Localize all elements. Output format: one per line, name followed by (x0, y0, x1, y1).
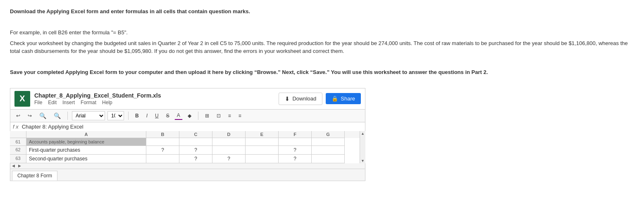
menu-help[interactable]: Help (102, 100, 112, 105)
cell-63-a[interactable]: Second-quarter purchases (26, 155, 146, 163)
menu-format[interactable]: Format (81, 100, 96, 105)
instructions-block: Download the Applying Excel form and ent… (10, 7, 634, 76)
instruction-line3: Check your worksheet by changing the bud… (10, 39, 634, 55)
cell-62-a[interactable]: First-quarter purchases (26, 146, 146, 155)
instruction-line1: Download the Applying Excel form and ent… (10, 7, 634, 16)
cell-62-g[interactable] (312, 146, 345, 155)
merge-button[interactable]: ⊡ (214, 112, 223, 120)
cell-61-d[interactable] (212, 138, 246, 146)
instruction-spacer2 (10, 58, 634, 66)
col-header-f: F (279, 131, 312, 138)
cell-63-d[interactable]: ? (212, 155, 246, 163)
sheet-tab-chapter8[interactable]: Chapter 8 Form (12, 171, 57, 181)
table-row: 61 Accounts payable, beginning balance (10, 138, 360, 146)
download-label: Download (292, 95, 316, 102)
toolbar: ↩ ↪ 🔍 🔍 Arial 10 B I U S A ◆ ⊞ ⊡ ≡ ≡ (10, 109, 365, 122)
menu-file[interactable]: File (34, 100, 42, 105)
undo-button[interactable]: ↩ (14, 112, 23, 120)
italic-button[interactable]: I (144, 112, 150, 120)
zoom-in-button[interactable]: 🔍 (37, 111, 49, 120)
font-selector[interactable]: Arial (72, 111, 105, 120)
col-header-a: A (26, 131, 146, 138)
toolbar-separator-2 (128, 112, 129, 120)
cell-61-c[interactable] (179, 138, 212, 146)
share-label: Share (341, 95, 355, 102)
column-headers: A B C D E F G (10, 131, 360, 138)
cell-63-e[interactable] (246, 155, 279, 163)
formula-input[interactable] (22, 124, 363, 130)
col-header-c: C (179, 131, 212, 138)
sheet-tabs: Chapter 8 Form (10, 169, 365, 181)
toolbar-separator-3 (198, 112, 198, 120)
wrap-button[interactable]: ≡ (226, 112, 234, 120)
excel-icon: X (14, 91, 30, 107)
size-selector[interactable]: 10 (107, 111, 124, 120)
scroll-down-arrow[interactable]: ▼ (361, 159, 365, 163)
fill-color-button[interactable]: ◆ (185, 112, 194, 120)
cell-61-e[interactable] (246, 138, 279, 146)
col-header-d: D (212, 131, 246, 138)
instruction-line2: For example, in cell B26 enter the formu… (10, 29, 634, 37)
spreadsheet-grid: A B C D E F G 61 Accounts payable, begin… (10, 131, 365, 163)
menu-edit[interactable]: Edit (48, 100, 57, 105)
col-header-g: G (312, 131, 345, 138)
underline-button[interactable]: U (153, 112, 161, 120)
instruction-line4: Save your completed Applying Excel form … (10, 68, 634, 76)
borders-button[interactable]: ⊞ (203, 112, 212, 120)
row-num-62: 62 (10, 146, 26, 155)
menu-insert[interactable]: Insert (62, 100, 75, 105)
vertical-scrollbar[interactable]: ▲ ▼ (360, 131, 365, 163)
scroll-left-arrow[interactable]: ◀ (10, 164, 17, 168)
scroll-right-arrow[interactable]: ▶ (17, 164, 23, 168)
lock-icon: 🔒 (332, 95, 338, 102)
cell-63-f[interactable]: ? (279, 155, 312, 163)
download-arrow-icon: ⬇ (285, 95, 290, 102)
file-title: Chapter_8_Applying_Excel_Student_Form.xl… (34, 92, 161, 99)
strikethrough-button[interactable]: S (164, 112, 172, 120)
cell-62-f[interactable]: ? (279, 146, 312, 155)
table-row: 63 Second-quarter purchases ? ? ? (10, 155, 360, 163)
grid-area: A B C D E F G 61 Accounts payable, begin… (10, 131, 360, 163)
menu-bar: File Edit Insert Format Help (34, 100, 161, 105)
row-num-61: 61 (10, 138, 26, 146)
redo-button[interactable]: ↪ (25, 112, 34, 120)
cell-61-a[interactable]: Accounts payable, beginning balance (26, 138, 146, 146)
cell-61-b[interactable] (146, 138, 179, 146)
align-button[interactable]: ≡ (236, 112, 244, 120)
col-header-e: E (246, 131, 279, 138)
col-header-b: B (146, 131, 179, 138)
table-row: 62 First-quarter purchases ? ? ? (10, 146, 360, 155)
formula-label: f x (13, 124, 19, 130)
spreadsheet-container: X Chapter_8_Applying_Excel_Student_Form.… (10, 88, 365, 181)
cell-62-e[interactable] (246, 146, 279, 155)
toolbar-separator-1 (67, 112, 68, 120)
title-bar: X Chapter_8_Applying_Excel_Student_Form.… (10, 88, 365, 109)
instruction-spacer (10, 18, 634, 26)
row-num-header (10, 131, 26, 138)
cell-61-f[interactable] (279, 138, 312, 146)
download-button[interactable]: ⬇ Download (279, 93, 322, 105)
share-button[interactable]: 🔒 Share (326, 93, 361, 104)
scroll-up-arrow[interactable]: ▲ (361, 131, 365, 136)
cell-63-g[interactable] (312, 155, 345, 163)
cell-63-b[interactable] (146, 155, 179, 163)
cell-62-c[interactable]: ? (179, 146, 212, 155)
title-actions: ⬇ Download 🔒 Share (279, 93, 361, 105)
cell-62-b[interactable]: ? (146, 146, 179, 155)
font-color-button[interactable]: A (174, 111, 183, 120)
row-num-63: 63 (10, 155, 26, 163)
horizontal-scrollbar-area: ◀ ▶ (10, 163, 365, 169)
cell-62-d[interactable] (212, 146, 246, 155)
zoom-out-button[interactable]: 🔍 (51, 111, 63, 120)
cell-63-c[interactable]: ? (179, 155, 212, 163)
bold-button[interactable]: B (133, 112, 141, 120)
cell-61-g[interactable] (312, 138, 345, 146)
title-left: X Chapter_8_Applying_Excel_Student_Form.… (14, 91, 161, 107)
title-name-area: Chapter_8_Applying_Excel_Student_Form.xl… (34, 92, 161, 105)
formula-bar: f x (10, 122, 365, 131)
